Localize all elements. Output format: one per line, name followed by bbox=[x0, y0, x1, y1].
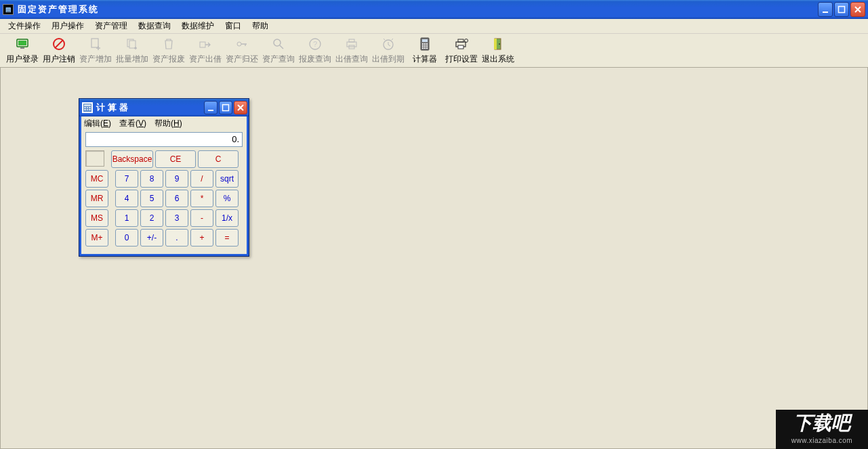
calc-ce-button[interactable]: CE bbox=[155, 150, 196, 168]
calc-c-button[interactable]: C bbox=[198, 150, 239, 168]
toolbar-label: 用户登录 bbox=[6, 54, 39, 65]
calc-menu-view[interactable]: 查看(V) bbox=[119, 118, 146, 129]
print-setup-icon bbox=[454, 37, 469, 51]
calc-9-button[interactable]: 9 bbox=[165, 170, 188, 188]
calc-3-button[interactable]: 3 bbox=[165, 209, 188, 227]
menubar: 文件操作 用户操作 资产管理 数据查询 数据维护 窗口 帮助 bbox=[0, 19, 868, 34]
calc-subtract-button[interactable]: - bbox=[190, 209, 213, 227]
calc-0-button[interactable]: 0 bbox=[115, 229, 138, 247]
toolbar-label: 打印设置 bbox=[445, 54, 478, 65]
toolbar-printer-button: 出借查询 bbox=[333, 36, 370, 66]
toolbar-label: 批量增加 bbox=[116, 54, 148, 65]
main-close-button[interactable] bbox=[850, 2, 865, 17]
svg-rect-24 bbox=[426, 43, 428, 45]
calc-4-button[interactable]: 4 bbox=[115, 190, 138, 207]
calc-inverse-button[interactable]: 1/x bbox=[215, 209, 239, 227]
calc-plusminus-button[interactable]: +/- bbox=[140, 229, 163, 247]
calc-add-button[interactable]: + bbox=[190, 229, 213, 247]
svg-rect-33 bbox=[458, 45, 463, 49]
menu-help[interactable]: 帮助 bbox=[247, 19, 274, 33]
svg-rect-21 bbox=[422, 39, 428, 42]
menu-user[interactable]: 用户操作 bbox=[46, 19, 89, 33]
calc-mc-button[interactable]: MC bbox=[85, 170, 108, 188]
toolbar-exit-button[interactable]: 退出系统 bbox=[480, 36, 516, 66]
menu-asset[interactable]: 资产管理 bbox=[89, 19, 133, 33]
watermark-text: 下载吧 bbox=[776, 410, 868, 437]
calc-menu-help[interactable]: 帮助(H) bbox=[154, 118, 182, 129]
svg-point-37 bbox=[499, 43, 500, 45]
key-in-icon bbox=[234, 37, 249, 51]
svg-rect-43 bbox=[84, 109, 86, 110]
menu-query[interactable]: 数据查询 bbox=[133, 19, 176, 33]
svg-rect-36 bbox=[494, 39, 497, 49]
watermark-url: www.xiazaiba.com bbox=[776, 437, 868, 444]
trash-icon bbox=[161, 37, 176, 51]
svg-rect-23 bbox=[424, 43, 426, 45]
calc-close-button[interactable] bbox=[234, 101, 247, 114]
calc-memory-indicator bbox=[85, 150, 104, 167]
calc-minimize-button[interactable] bbox=[204, 101, 218, 114]
calc-maximize-button[interactable] bbox=[219, 101, 232, 114]
calc-equals-button[interactable]: = bbox=[215, 229, 239, 247]
calculator-icon bbox=[82, 102, 93, 113]
calc-percent-button[interactable]: % bbox=[215, 190, 239, 207]
toolbar-label: 资产归还 bbox=[226, 54, 258, 65]
svg-rect-25 bbox=[422, 45, 423, 47]
calculator-window: 计算器 编辑(E) 查看(V) 帮助(H) 0. bbox=[79, 98, 249, 257]
calc-multiply-button[interactable]: * bbox=[190, 190, 213, 207]
main-minimize-button[interactable] bbox=[818, 2, 833, 17]
calc-divide-button[interactable]: / bbox=[190, 170, 213, 188]
calc-6-button[interactable]: 6 bbox=[165, 190, 188, 207]
watermark-logo: 下载吧 www.xiazaiba.com bbox=[776, 410, 868, 449]
toolbar-clock-button: 出借到期 bbox=[370, 36, 407, 66]
svg-rect-1 bbox=[839, 7, 845, 13]
svg-line-6 bbox=[55, 40, 63, 48]
exit-icon bbox=[491, 37, 505, 51]
toolbar-calculator-button[interactable]: 计算器 bbox=[407, 36, 443, 66]
menu-file[interactable]: 文件操作 bbox=[3, 19, 46, 33]
toolbar-print-setup-button[interactable]: 打印设置 bbox=[443, 36, 480, 66]
toolbar: 用户登录用户注销资产增加批量增加资产报废资产出借资产归还资产查询?报废查询出借查… bbox=[0, 34, 868, 68]
toolbar-search-button: 资产查询 bbox=[260, 36, 297, 66]
toolbar-label: 资产报废 bbox=[152, 54, 185, 65]
calculator-icon bbox=[417, 37, 432, 51]
toolbar-label: 资产增加 bbox=[79, 54, 112, 65]
toolbar-monitor-button[interactable]: 用户登录 bbox=[4, 36, 41, 66]
svg-point-12 bbox=[274, 39, 281, 46]
toolbar-doc-stack-button: 批量增加 bbox=[114, 36, 150, 66]
app-icon: ▤ bbox=[3, 4, 14, 15]
svg-rect-22 bbox=[422, 43, 423, 45]
calc-2-button[interactable]: 2 bbox=[140, 209, 163, 227]
doc-plus-icon bbox=[88, 37, 103, 51]
calc-ms-button[interactable]: MS bbox=[85, 209, 108, 227]
menu-window[interactable]: 窗口 bbox=[220, 19, 247, 33]
calc-mplus-button[interactable]: M+ bbox=[85, 229, 108, 247]
calc-backspace-button[interactable]: Backspace bbox=[111, 150, 153, 168]
calc-menubar: 编辑(E) 查看(V) 帮助(H) bbox=[81, 116, 247, 130]
toolbar-label: 用户注销 bbox=[43, 54, 75, 65]
toolbar-forbid-button[interactable]: 用户注销 bbox=[41, 36, 77, 66]
toolbar-label: 出借查询 bbox=[335, 54, 368, 65]
svg-rect-47 bbox=[223, 105, 229, 111]
main-title: 固定资产管理系统 bbox=[18, 3, 818, 16]
calc-dot-button[interactable]: . bbox=[165, 229, 188, 247]
calc-title: 计算器 bbox=[96, 102, 204, 114]
menu-maintain[interactable]: 数据维护 bbox=[176, 19, 220, 33]
calc-menu-edit[interactable]: 编辑(E) bbox=[84, 118, 111, 129]
svg-rect-40 bbox=[84, 107, 86, 108]
calc-1-button[interactable]: 1 bbox=[115, 209, 138, 227]
svg-rect-30 bbox=[426, 47, 428, 49]
calc-mr-button[interactable]: MR bbox=[85, 190, 108, 207]
calc-sqrt-button[interactable]: sqrt bbox=[215, 170, 239, 188]
calc-7-button[interactable]: 7 bbox=[115, 170, 138, 188]
calc-5-button[interactable]: 5 bbox=[140, 190, 163, 207]
toolbar-doc-plus-button: 资产增加 bbox=[77, 36, 114, 66]
toolbar-label: 报废查询 bbox=[299, 54, 331, 65]
help-icon: ? bbox=[308, 37, 323, 51]
lend-out-icon bbox=[198, 37, 213, 51]
main-maximize-button[interactable] bbox=[834, 2, 849, 17]
toolbar-trash-button: 资产报废 bbox=[150, 36, 187, 66]
calc-titlebar[interactable]: 计算器 bbox=[79, 99, 249, 116]
calc-8-button[interactable]: 8 bbox=[140, 170, 163, 188]
svg-rect-0 bbox=[823, 12, 828, 13]
